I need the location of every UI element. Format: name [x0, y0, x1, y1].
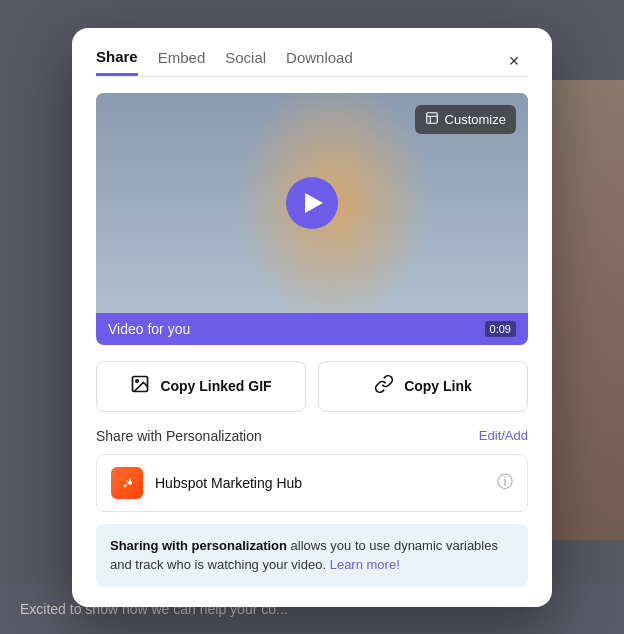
- tab-social[interactable]: Social: [225, 48, 266, 76]
- play-button[interactable]: [286, 177, 338, 229]
- personalization-header: Share with Personalization Edit/Add: [96, 428, 528, 444]
- tab-download[interactable]: Download: [286, 48, 353, 76]
- info-icon[interactable]: ⓘ: [497, 472, 513, 493]
- info-bold-text: Sharing with personalization: [110, 538, 287, 553]
- modal-header: Share Embed Social Download ×: [72, 28, 552, 76]
- video-title: Video for you: [108, 321, 190, 337]
- copy-linked-gif-button[interactable]: Copy Linked GIF: [96, 361, 306, 412]
- gif-icon: [130, 374, 150, 399]
- link-icon: [374, 374, 394, 399]
- share-modal: Share Embed Social Download × Customize …: [72, 28, 552, 607]
- edit-add-link[interactable]: Edit/Add: [479, 428, 528, 443]
- personalization-section: Share with Personalization Edit/Add Hubs…: [96, 428, 528, 512]
- hubspot-icon: [111, 467, 143, 499]
- personalization-label: Share with Personalization: [96, 428, 262, 444]
- copy-link-label: Copy Link: [404, 378, 472, 394]
- tabs-container: Share Embed Social Download: [96, 48, 353, 76]
- tab-share[interactable]: Share: [96, 48, 138, 76]
- copy-link-button[interactable]: Copy Link: [318, 361, 528, 412]
- video-container: Customize Video for you 0:09: [96, 93, 528, 345]
- customize-button[interactable]: Customize: [415, 105, 516, 134]
- video-duration: 0:09: [485, 321, 516, 337]
- close-button[interactable]: ×: [500, 48, 528, 76]
- svg-point-2: [136, 379, 139, 382]
- svg-rect-0: [426, 112, 437, 123]
- header-divider: [96, 76, 528, 77]
- customize-icon: [425, 111, 439, 128]
- video-bar: Video for you 0:09: [96, 313, 528, 345]
- integration-name: Hubspot Marketing Hub: [155, 475, 485, 491]
- customize-label: Customize: [445, 112, 506, 127]
- action-buttons-row: Copy Linked GIF Copy Link: [96, 361, 528, 412]
- video-thumbnail: Customize: [96, 93, 528, 313]
- copy-linked-gif-label: Copy Linked GIF: [160, 378, 271, 394]
- integration-row: Hubspot Marketing Hub ⓘ: [96, 454, 528, 512]
- tab-embed[interactable]: Embed: [158, 48, 206, 76]
- learn-more-link[interactable]: Learn more!: [330, 557, 400, 572]
- info-box: Sharing with personalization allows you …: [96, 524, 528, 587]
